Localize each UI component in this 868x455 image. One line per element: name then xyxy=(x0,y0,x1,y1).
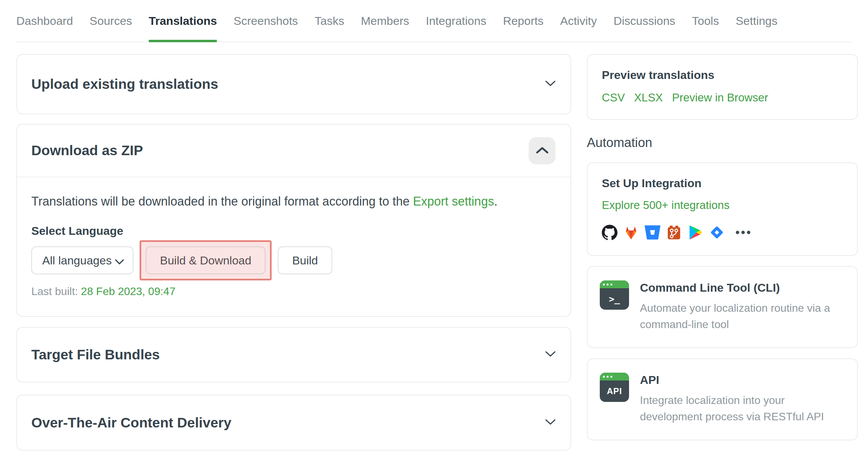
panel-title: Upload existing translations xyxy=(31,76,218,92)
tab-screenshots[interactable]: Screenshots xyxy=(234,0,298,42)
download-zip-body: Translations will be downloaded in the o… xyxy=(17,177,570,316)
more-integrations-icon[interactable] xyxy=(735,225,751,240)
cli-title: Command Line Tool (CLI) xyxy=(640,281,844,294)
description-text: Translations will be downloaded in the o… xyxy=(31,194,413,208)
tab-settings[interactable]: Settings xyxy=(736,0,777,42)
tab-sources[interactable]: Sources xyxy=(90,0,132,42)
chevron-down-icon xyxy=(545,351,556,358)
select-language-label: Select Language xyxy=(31,224,556,238)
tab-tasks[interactable]: Tasks xyxy=(315,0,344,42)
api-icon-titlebar xyxy=(600,373,629,380)
description-period: . xyxy=(494,194,497,208)
tab-dashboard[interactable]: Dashboard xyxy=(16,0,73,42)
upload-translations-panel: Upload existing translations xyxy=(16,54,571,114)
upload-translations-header[interactable]: Upload existing translations xyxy=(17,55,570,114)
export-settings-link[interactable]: Export settings xyxy=(413,194,494,208)
build-controls: All languages Build & Download Build xyxy=(31,246,556,274)
tab-discussions[interactable]: Discussions xyxy=(613,0,675,42)
gitlab-icon[interactable] xyxy=(623,225,639,240)
cli-description: Automate your localization routine via a… xyxy=(640,300,844,332)
panel-title: Over-The-Air Content Delivery xyxy=(31,415,231,431)
build-button[interactable]: Build xyxy=(278,246,332,274)
xlsx-link[interactable]: XLSX xyxy=(634,91,663,104)
tab-translations[interactable]: Translations xyxy=(149,0,217,42)
top-nav: Dashboard Sources Translations Screensho… xyxy=(16,0,852,42)
api-icon: API xyxy=(600,373,629,402)
api-text: API Integrate localization into your dev… xyxy=(640,373,844,425)
api-title: API xyxy=(640,373,844,387)
tab-integrations[interactable]: Integrations xyxy=(426,0,486,42)
jira-icon[interactable] xyxy=(709,225,725,240)
build-download-highlight-wrap: Build & Download xyxy=(146,246,266,274)
download-zip-panel: Download as ZIP Translations will be dow… xyxy=(16,124,571,317)
github-icon[interactable] xyxy=(602,225,617,240)
preview-translations-card: Preview translations CSV XLSX Preview in… xyxy=(587,54,858,120)
preview-translations-title: Preview translations xyxy=(602,68,843,82)
target-file-bundles-panel: Target File Bundles xyxy=(16,327,571,383)
chevron-down-icon xyxy=(545,81,556,88)
sidebar: Preview translations CSV XLSX Preview in… xyxy=(587,54,858,440)
tab-reports[interactable]: Reports xyxy=(503,0,544,42)
chevron-down-icon xyxy=(115,254,124,267)
preview-links: CSV XLSX Preview in Browser xyxy=(602,91,843,104)
chevron-down-icon xyxy=(545,419,556,426)
main-column: Upload existing translations Download as… xyxy=(16,54,571,455)
integration-icons-row xyxy=(602,225,843,240)
google-play-icon[interactable] xyxy=(688,225,703,240)
download-zip-header: Download as ZIP xyxy=(17,125,570,177)
ota-content-delivery-panel: Over-The-Air Content Delivery xyxy=(16,395,571,451)
panel-title: Download as ZIP xyxy=(31,143,143,159)
target-file-bundles-header[interactable]: Target File Bundles xyxy=(17,328,570,382)
csv-link[interactable]: CSV xyxy=(602,91,625,104)
collapse-button[interactable] xyxy=(529,137,556,164)
bitbucket-icon[interactable] xyxy=(645,225,660,240)
api-description: Integrate localization into your develop… xyxy=(640,392,844,425)
set-up-integration-card: Set Up Integration Explore 500+ integrat… xyxy=(587,162,858,256)
set-up-integration-title: Set Up Integration xyxy=(602,177,843,190)
api-card[interactable]: API API Integrate localization into your… xyxy=(587,358,858,440)
language-select[interactable]: All languages xyxy=(31,246,133,274)
ota-content-delivery-header[interactable]: Over-The-Air Content Delivery xyxy=(17,395,570,450)
cli-text: Command Line Tool (CLI) Automate your lo… xyxy=(640,280,844,332)
chevron-up-icon xyxy=(536,147,548,155)
download-description: Translations will be downloaded in the o… xyxy=(31,194,556,209)
language-select-value: All languages xyxy=(42,254,112,267)
preview-in-browser-link[interactable]: Preview in Browser xyxy=(672,91,768,104)
explore-integrations-link[interactable]: Explore 500+ integrations xyxy=(602,199,729,212)
panel-title: Target File Bundles xyxy=(31,347,160,363)
git-icon[interactable] xyxy=(666,225,682,240)
tab-tools[interactable]: Tools xyxy=(692,0,719,42)
tab-activity[interactable]: Activity xyxy=(560,0,597,42)
tab-members[interactable]: Members xyxy=(361,0,409,42)
cli-card[interactable]: >_ Command Line Tool (CLI) Automate your… xyxy=(587,266,858,348)
last-built-value: 28 Feb 2023, 09:47 xyxy=(81,285,176,297)
automation-heading: Automation xyxy=(587,135,858,150)
last-built-status: Last built: 28 Feb 2023, 09:47 xyxy=(31,285,556,298)
build-and-download-button[interactable]: Build & Download xyxy=(146,246,266,274)
last-built-label: Last built: xyxy=(31,285,81,297)
terminal-prompt-glyph: >_ xyxy=(600,288,629,310)
terminal-icon: >_ xyxy=(600,280,629,310)
api-icon-glyph: API xyxy=(600,380,629,402)
terminal-icon-titlebar xyxy=(600,280,629,288)
